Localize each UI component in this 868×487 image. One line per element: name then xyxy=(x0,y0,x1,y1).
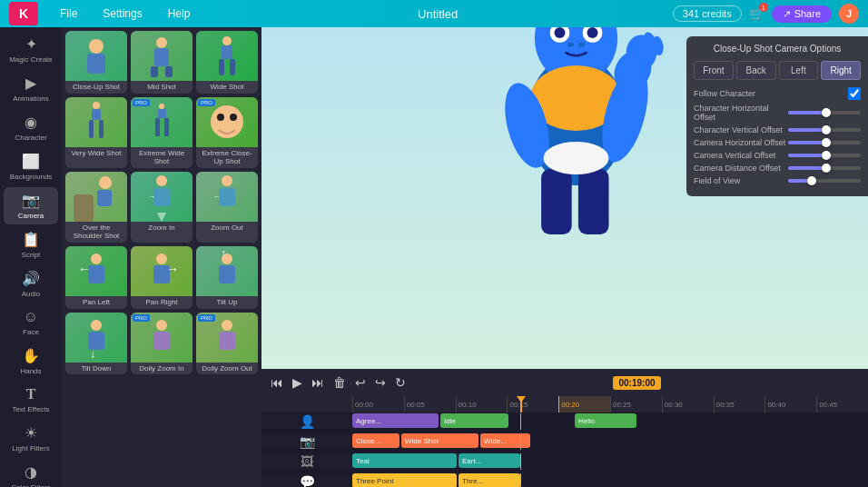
char-horiz-offset-slider[interactable] xyxy=(788,111,861,114)
shot-mid[interactable]: Mid Shot xyxy=(131,31,192,94)
shot-close-up[interactable]: Close-Up Shot xyxy=(65,31,127,94)
sidebar-item-animations[interactable]: ▶ Animations xyxy=(4,70,58,107)
credits-button[interactable]: 341 credits xyxy=(673,5,742,22)
cam-btn-back[interactable]: Back xyxy=(736,61,776,80)
clip-hello[interactable]: Hello xyxy=(575,413,636,428)
svg-point-53 xyxy=(587,27,598,38)
timeline-play-button[interactable]: ▶ xyxy=(291,373,304,392)
shot-very-wide[interactable]: Very Wide Shot xyxy=(65,97,127,168)
svg-point-63 xyxy=(544,142,609,174)
svg-text:←: ← xyxy=(213,193,221,201)
char-vert-offset-slider[interactable] xyxy=(788,128,861,132)
clip-close[interactable]: Close... xyxy=(352,433,399,448)
shot-pan-left[interactable]: ← Pan Left xyxy=(65,246,127,309)
text-effects-icon: T xyxy=(26,386,36,403)
fov-slider[interactable] xyxy=(788,179,861,183)
sidebar-item-backgrounds[interactable]: ⬜ Backgrounds xyxy=(4,148,58,185)
pro-badge-dolly-out: PRO xyxy=(198,314,215,322)
magic-create-icon: ✦ xyxy=(25,35,37,53)
svg-rect-4 xyxy=(151,66,158,77)
clip-agree[interactable]: Agree... xyxy=(352,413,439,428)
svg-rect-61 xyxy=(541,169,572,234)
script-icon: 📋 xyxy=(22,231,40,248)
svg-point-31 xyxy=(91,253,102,264)
sidebar-item-character[interactable]: ◉ Character xyxy=(4,109,58,146)
nav-help[interactable]: Help xyxy=(155,0,203,27)
track-icon-light: 💬 xyxy=(261,474,352,487)
char-vert-offset-row: Character Vertical Offset xyxy=(694,125,861,134)
nav-settings[interactable]: Settings xyxy=(90,0,154,27)
svg-rect-46 xyxy=(219,332,235,350)
share-icon: ↗ xyxy=(783,8,791,20)
shot-tilt-up[interactable]: ↑ Tilt Up xyxy=(196,246,258,309)
cam-vert-offset-slider[interactable] xyxy=(788,154,861,157)
shot-over-shoulder[interactable]: Over the Shoulder Shot xyxy=(65,172,127,243)
timeline-playhead xyxy=(520,396,522,412)
cart-badge: 1 xyxy=(759,3,768,12)
sidebar-item-light-filters[interactable]: ☀ Light Filters xyxy=(4,420,58,457)
svg-rect-11 xyxy=(92,109,101,120)
shot-extreme-closeup[interactable]: PRO Extreme Close-Up Shot xyxy=(196,97,258,168)
svg-text:→: → xyxy=(148,193,155,201)
svg-marker-26 xyxy=(157,213,166,222)
clip-thre2[interactable]: Thre... xyxy=(459,473,520,487)
clip-wide-shot[interactable]: Wide Shot xyxy=(401,433,478,448)
cam-btn-right[interactable]: Right xyxy=(821,61,861,80)
light-filters-icon: ☀ xyxy=(25,424,37,442)
timeline-rewind-button[interactable]: ⏮ xyxy=(269,373,285,392)
sidebar-item-text-effects[interactable]: T Text Effects xyxy=(4,382,58,418)
timeline-forward-button[interactable]: ⏭ xyxy=(310,373,326,392)
sidebar-item-audio[interactable]: 🔊 Audio xyxy=(4,265,58,303)
clip-idle[interactable]: Idle xyxy=(440,413,508,428)
shot-extreme-wide[interactable]: PRO Extreme Wide Shot xyxy=(131,97,192,168)
sidebar-item-camera[interactable]: 📷 Camera xyxy=(4,187,58,224)
svg-rect-12 xyxy=(89,120,94,138)
follow-character-checkbox[interactable] xyxy=(848,87,861,100)
animations-icon: ▶ xyxy=(25,75,36,92)
pro-badge-dolly-in: PRO xyxy=(133,314,150,322)
track-icon-character: 👤 xyxy=(261,414,352,429)
sidebar-item-color-filters[interactable]: ◑ Color Filters xyxy=(4,459,58,487)
document-title: Untitled xyxy=(202,7,672,21)
clip-eart[interactable]: Eart... xyxy=(459,453,520,468)
cam-btn-front[interactable]: Front xyxy=(694,61,734,80)
sidebar-item-hands[interactable]: ✋ Hands xyxy=(4,343,58,380)
shot-dolly-zoom-in[interactable]: PRO Dolly Zoom In xyxy=(131,313,192,375)
sidebar-item-face[interactable]: ☺ Face xyxy=(4,304,58,341)
nav-file[interactable]: File xyxy=(47,0,90,27)
app-logo[interactable]: K xyxy=(9,2,38,25)
playhead-marker xyxy=(517,396,526,403)
cam-distance-offset-slider[interactable] xyxy=(788,166,861,170)
timeline-track-light: 💬 Three Point Thre... xyxy=(261,472,868,487)
share-button[interactable]: ↗ Share xyxy=(772,5,832,23)
timeline-current-time: 00:19:00 xyxy=(613,376,660,390)
svg-text:↓: ↓ xyxy=(90,348,95,360)
shot-dolly-zoom-out[interactable]: PRO Dolly Zoom Out xyxy=(196,313,258,375)
cam-btn-left[interactable]: Left xyxy=(779,61,819,80)
svg-point-65 xyxy=(578,43,585,47)
sidebar-item-script[interactable]: 📋 Script xyxy=(4,226,58,263)
svg-rect-16 xyxy=(155,118,160,136)
timeline-delete-button[interactable]: 🗑 xyxy=(331,373,348,392)
shot-wide[interactable]: Wide Shot xyxy=(196,31,258,94)
shot-zoom-out[interactable]: ← Zoom Out xyxy=(196,172,258,243)
timeline-refresh-button[interactable]: ↻ xyxy=(393,373,408,392)
timeline-undo-button[interactable]: ↩ xyxy=(353,373,368,392)
clip-wide2[interactable]: Wide... xyxy=(480,433,530,448)
sidebar-item-magic-create[interactable]: ✦ Magic Create xyxy=(4,31,58,68)
shot-zoom-in[interactable]: → Zoom In xyxy=(131,172,192,243)
cam-horiz-offset-slider[interactable] xyxy=(788,141,861,144)
top-navigation: K File Settings Help Untitled 341 credit… xyxy=(0,0,868,27)
clip-teal[interactable]: Teal xyxy=(352,453,457,468)
cam-vert-offset-row: Camera Vertical Offset xyxy=(694,151,861,160)
timeline-redo-button[interactable]: ↪ xyxy=(373,373,388,392)
svg-text:←: ← xyxy=(78,262,91,276)
user-avatar[interactable]: J xyxy=(839,4,859,24)
shot-pan-right[interactable]: → Pan Right xyxy=(131,246,192,309)
svg-rect-25 xyxy=(153,188,170,206)
timeline-track-character: 👤 Agree... Idle Hello xyxy=(261,412,868,431)
cart-button[interactable]: 🛒 1 xyxy=(749,6,764,21)
clip-three-point[interactable]: Three Point xyxy=(352,473,457,487)
svg-rect-8 xyxy=(219,59,224,75)
shot-tilt-down[interactable]: ↓ Tilt Down xyxy=(65,313,127,375)
